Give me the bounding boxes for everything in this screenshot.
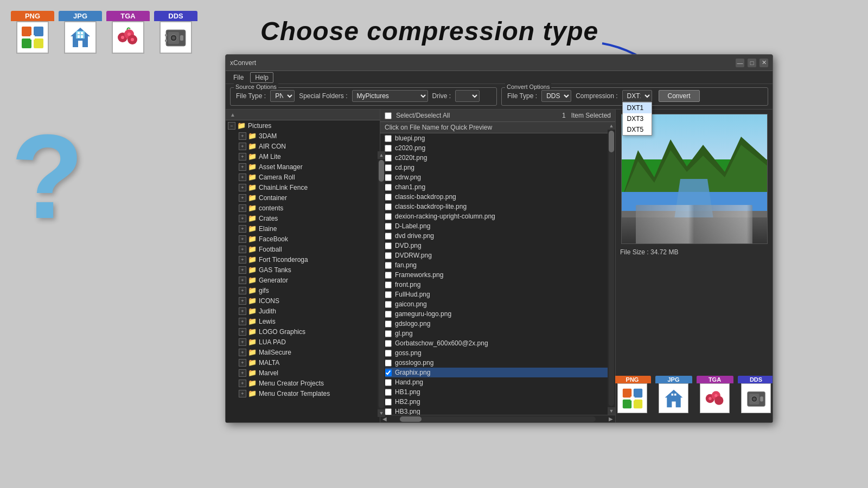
filelist-scroll-down-arrow[interactable]: ▼ <box>608 407 615 415</box>
tree-item-luapad[interactable]: + 📁 LUA PAD <box>226 337 380 347</box>
file-item-cd[interactable]: cd.png <box>380 163 608 172</box>
file-item-dvd[interactable]: DVD.png <box>380 241 608 251</box>
file-checkbox-c2020[interactable] <box>385 145 392 152</box>
tree-item-menucreatortemplates[interactable]: + 📁 Menu Creator Templates <box>226 388 380 399</box>
tree-item-menucreatorprojects[interactable]: + 📁 Menu Creator Projects <box>226 378 380 388</box>
tree-item-3dam[interactable]: + 📁 3DAM <box>226 131 380 141</box>
expand-aircon[interactable]: + <box>239 143 246 150</box>
convert-button[interactable]: Convert <box>659 90 700 102</box>
tree-item-crates[interactable]: + 📁 Crates <box>226 213 380 223</box>
tree-scroll-up[interactable]: ▲ <box>230 112 235 118</box>
file-checkbox-hb3[interactable] <box>385 408 392 415</box>
convert-file-type-select[interactable]: DDS PNG JPG TGA <box>541 90 571 102</box>
hscroll-track[interactable] <box>400 416 596 422</box>
file-checkbox-cd[interactable] <box>385 164 392 171</box>
file-checkbox-goss[interactable] <box>385 350 392 357</box>
file-checkbox-hb1[interactable] <box>385 389 392 396</box>
file-item-gl[interactable]: gl.png <box>380 329 608 338</box>
expand-forttico[interactable]: + <box>239 256 246 264</box>
file-item-gaicon[interactable]: gaicon.png <box>380 299 608 309</box>
tree-item-judith[interactable]: + 📁 Judith <box>226 306 380 316</box>
file-item-frameworks[interactable]: Frameworks.png <box>380 270 608 280</box>
file-item-gosslogo[interactable]: gosslogo.png <box>380 358 608 368</box>
maximize-button[interactable]: □ <box>748 59 756 67</box>
filelist-scroll-up-arrow[interactable]: ▲ <box>608 122 615 130</box>
tree-item-contents[interactable]: + 📁 contents <box>226 203 380 213</box>
file-item-hb3[interactable]: HB3.png <box>380 407 608 415</box>
tree-item-facebook[interactable]: + 📁 FaceBook <box>226 234 380 244</box>
tree-root-pictures[interactable]: − 📁 Pictures <box>226 120 380 131</box>
file-item-dvddrive[interactable]: dvd drive.png <box>380 231 608 241</box>
tree-item-mailsecure[interactable]: + 📁 MailSecure <box>226 347 380 357</box>
file-item-fullhud[interactable]: FullHud.png <box>380 290 608 299</box>
tree-scroll-up-arrow[interactable]: ▲ <box>378 151 380 159</box>
file-checkbox-classicbackdroplite[interactable] <box>385 203 392 210</box>
file-checkbox-chan1[interactable] <box>385 184 392 191</box>
expand-cameraroll[interactable]: + <box>239 174 246 181</box>
file-checkbox-gdslogo[interactable] <box>385 320 392 328</box>
expand-gifs[interactable]: + <box>239 287 246 294</box>
expand-judith[interactable]: + <box>239 307 246 315</box>
tree-vscrollbar[interactable]: ▲ ▼ <box>378 151 380 417</box>
tree-item-gifs[interactable]: + 📁 gifs <box>226 285 380 296</box>
expand-pictures[interactable]: − <box>228 122 235 130</box>
expand-crates[interactable]: + <box>239 215 246 222</box>
drive-select[interactable]: C: D: <box>455 90 480 102</box>
file-item-c2020[interactable]: c2020.png <box>380 143 608 153</box>
filelist-scroll-track[interactable] <box>609 131 614 406</box>
expand-marvel[interactable]: + <box>239 369 246 377</box>
menu-file[interactable]: File <box>229 73 248 82</box>
file-checkbox-classicbackdrop[interactable] <box>385 194 392 201</box>
tree-scroll-thumb[interactable] <box>379 160 380 182</box>
file-item-goss[interactable]: goss.png <box>380 348 608 358</box>
file-checkbox-graphix[interactable] <box>385 369 392 376</box>
expand-contents[interactable]: + <box>239 204 246 212</box>
file-checkbox-hb2[interactable] <box>385 399 392 406</box>
select-all-checkbox[interactable] <box>385 112 392 119</box>
expand-gastanks[interactable]: + <box>239 266 246 274</box>
tree-item-gastanks[interactable]: + 📁 GAS Tanks <box>226 265 380 275</box>
expand-assetmgr[interactable]: + <box>239 163 246 171</box>
menu-help[interactable]: Help <box>250 72 273 83</box>
file-checkbox-front[interactable] <box>385 281 392 288</box>
expand-container[interactable]: + <box>239 194 246 202</box>
source-file-type-select[interactable]: PNG JPG TGA DDS <box>270 90 295 102</box>
file-list-scroll[interactable]: Click on File Name for Quick Preview blu… <box>380 122 608 415</box>
tree-item-amlite[interactable]: + 📁 AM Lite <box>226 151 380 162</box>
file-item-dexion[interactable]: dexion-racking-upright-column.png <box>380 211 608 221</box>
tree-item-lewis[interactable]: + 📁 Lewis <box>226 316 380 326</box>
file-checkbox-fan[interactable] <box>385 262 392 269</box>
tree-scroll-down-arrow[interactable]: ▼ <box>378 409 380 417</box>
tree-item-cameraroll[interactable]: + 📁 Camera Roll <box>226 172 380 182</box>
file-checkbox-bluepi[interactable] <box>385 135 392 142</box>
file-checkbox-dexion[interactable] <box>385 213 392 220</box>
tree-item-aircon[interactable]: + 📁 AIR CON <box>226 141 380 151</box>
tree-item-forttico[interactable]: + 📁 Fort Ticonderoga <box>226 254 380 265</box>
file-item-c2020t[interactable]: c2020t.png <box>380 153 608 163</box>
tree-item-marvel[interactable]: + 📁 Marvel <box>226 368 380 378</box>
file-checkbox-gosslogo[interactable] <box>385 359 392 367</box>
file-item-bluepi[interactable]: bluepi.png <box>380 133 608 143</box>
special-folders-select[interactable]: MyPictures Desktop Documents <box>352 90 428 102</box>
compression-select[interactable]: DXT1 DXT3 DXT5 <box>622 90 652 102</box>
hscroll-thumb[interactable] <box>400 416 422 422</box>
tree-item-assetmgr[interactable]: + 📁 Asset Manager <box>226 162 380 172</box>
compression-dxt1[interactable]: DXT1 <box>623 102 652 113</box>
file-item-gamegurulogo[interactable]: gameguru-logo.png <box>380 309 608 319</box>
file-checkbox-gorbatschow[interactable] <box>385 340 392 347</box>
file-item-cdrw[interactable]: cdrw.png <box>380 172 608 182</box>
close-button[interactable]: ✕ <box>760 59 768 67</box>
file-checkbox-cdrw[interactable] <box>385 174 392 181</box>
file-checkbox-gaicon[interactable] <box>385 301 392 308</box>
tree-item-container[interactable]: + 📁 Container <box>226 192 380 203</box>
expand-menucreatorprojects[interactable]: + <box>239 380 246 387</box>
tree-item-chainlink[interactable]: + 📁 ChainLink Fence <box>226 182 380 192</box>
file-item-chan1[interactable]: chan1.png <box>380 182 608 192</box>
file-checkbox-c2020t[interactable] <box>385 155 392 162</box>
file-checkbox-dlabel[interactable] <box>385 223 392 230</box>
file-checkbox-hand[interactable] <box>385 379 392 386</box>
expand-amlite[interactable]: + <box>239 153 246 160</box>
filelist-vscrollbar[interactable]: ▲ ▼ <box>608 122 615 415</box>
expand-mailsecure[interactable]: + <box>239 349 246 356</box>
expand-menucreatortemplates[interactable]: + <box>239 390 246 397</box>
